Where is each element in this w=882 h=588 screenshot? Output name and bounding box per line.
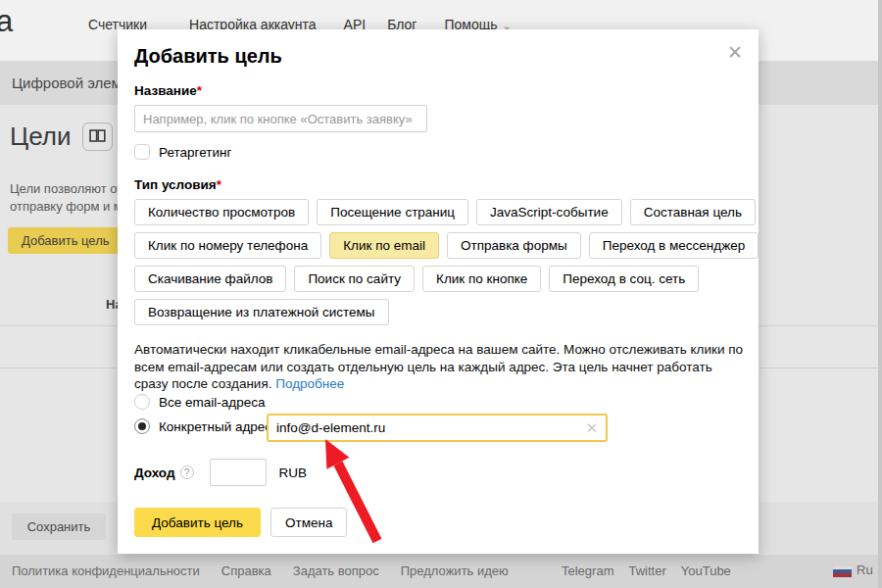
retargeting-checkbox[interactable] (134, 144, 150, 160)
russia-flag-icon (833, 566, 852, 577)
footer-link-youtube[interactable]: YouTube (681, 564, 731, 578)
email-address-field: ✕ (267, 414, 608, 442)
chip-payment-return[interactable]: Возвращение из платежной системы (134, 299, 389, 325)
chip-js-event[interactable]: JavaScript-событие (476, 199, 622, 225)
income-label: Доход (134, 466, 175, 480)
income-input[interactable] (210, 459, 267, 486)
logo-partial: а (0, 4, 13, 39)
goal-name-input[interactable] (134, 105, 427, 132)
footer-link-idea[interactable]: Предложить идею (401, 564, 509, 578)
clear-icon[interactable]: ✕ (585, 419, 606, 437)
currency-label: RUB (279, 466, 308, 480)
footer: Политика конфиденциальности Справка Зада… (0, 555, 882, 588)
chip-composite-goal[interactable]: Составная цель (630, 199, 756, 225)
cancel-button[interactable]: Отмена (270, 508, 347, 537)
scrollbar[interactable] (878, 0, 882, 588)
footer-link-twitter[interactable]: Twitter (628, 564, 665, 578)
footer-link-ask[interactable]: Задать вопрос (293, 564, 379, 578)
submit-add-goal-button[interactable]: Добавить цель (134, 508, 261, 537)
specific-address-radio[interactable] (134, 418, 150, 434)
chip-email-click-selected[interactable]: Клик по email (329, 232, 439, 259)
condition-type-chips: Количество просмотров Посещение страниц … (134, 199, 744, 332)
email-address-input[interactable] (269, 420, 585, 435)
background-add-goal-button[interactable]: Добавить цель (8, 227, 135, 254)
page-title: Цели (10, 122, 72, 152)
required-asterisk: * (197, 83, 202, 98)
goals-description-line1: Цели позволяют от (10, 181, 122, 196)
metrica-goals-page: а Счетчики Настройка аккаунта API Блог П… (0, 0, 882, 588)
email-goal-description: Автоматически находит кликабельные email… (134, 341, 746, 393)
retargeting-row[interactable]: Ретаргетинг (134, 144, 231, 160)
specific-address-radio-row[interactable]: Конкретный адрес (134, 418, 271, 434)
add-goal-modal: Добавить цель ✕ Название* Ретаргетинг Ти… (118, 29, 759, 554)
chip-pageviews[interactable]: Количество просмотров (134, 199, 309, 225)
chip-phone-click[interactable]: Клик по номеру телефона (134, 232, 321, 259)
footer-link-telegram[interactable]: Telegram (562, 564, 613, 578)
retargeting-label: Ретаргетинг (159, 145, 231, 160)
chip-messenger[interactable]: Переход в мессенджер (589, 232, 759, 259)
language-selector[interactable]: Ru (857, 563, 873, 577)
chip-page-visits[interactable]: Посещение страниц (317, 199, 468, 225)
chip-site-search[interactable]: Поиск по сайту (294, 266, 415, 292)
save-button[interactable]: Сохранить (12, 514, 106, 540)
condition-type-label: Тип условия* (134, 177, 221, 192)
help-icon[interactable]: ? (180, 466, 194, 479)
chip-social-network[interactable]: Переход в соц. сеть (549, 266, 699, 292)
all-emails-radio[interactable] (134, 394, 150, 410)
chip-file-download[interactable]: Скачивание файлов (134, 266, 286, 292)
goals-description-line2: отправку форм и м (10, 199, 122, 214)
required-asterisk: * (217, 177, 221, 192)
more-link[interactable]: Подробнее (275, 376, 344, 391)
footer-link-help[interactable]: Справка (221, 564, 271, 578)
modal-title: Добавить цель (134, 45, 282, 68)
name-label: Название* (134, 83, 202, 98)
docs-book-button[interactable] (82, 122, 113, 151)
all-emails-label: Все email-адреса (159, 395, 265, 410)
chip-form-submit[interactable]: Отправка формы (447, 232, 581, 259)
all-emails-radio-row[interactable]: Все email-адреса (134, 394, 265, 410)
specific-address-label: Конкретный адрес (159, 419, 271, 434)
footer-link-privacy[interactable]: Политика конфиденциальности (12, 564, 200, 578)
income-row: Доход ? RUB (134, 459, 307, 486)
site-name: Цифровой элеме (12, 74, 129, 91)
chip-button-click[interactable]: Клик по кнопке (422, 266, 541, 292)
book-icon (89, 128, 106, 146)
close-icon[interactable]: ✕ (727, 41, 743, 64)
